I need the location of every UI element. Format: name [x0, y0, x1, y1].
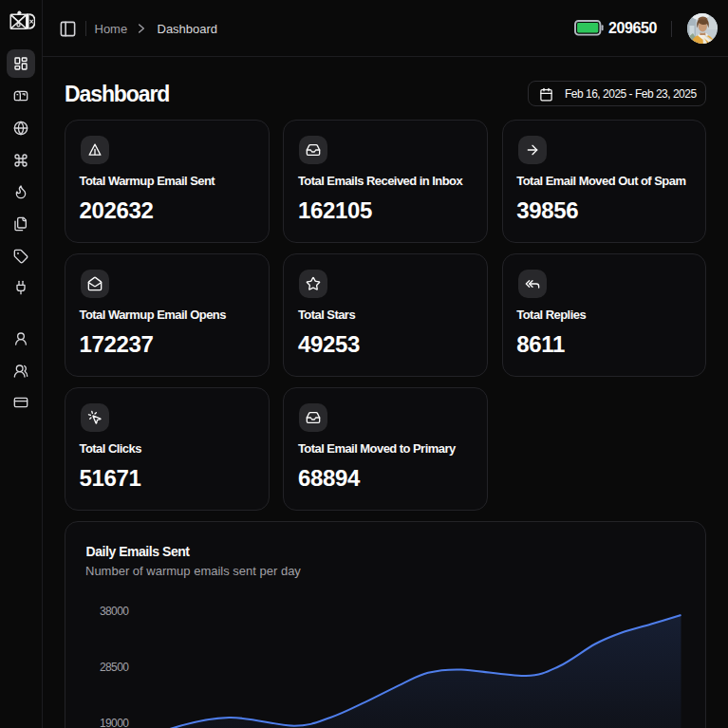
svg-text:28500: 28500 — [100, 661, 129, 674]
svg-text:38000: 38000 — [100, 605, 129, 618]
svg-text:19000: 19000 — [100, 717, 129, 728]
